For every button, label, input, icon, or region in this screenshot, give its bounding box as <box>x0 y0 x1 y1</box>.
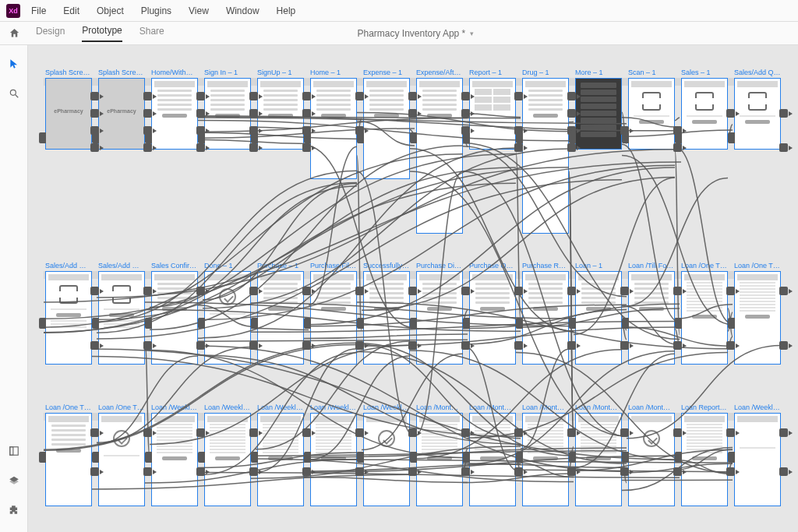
link-node[interactable] <box>461 287 470 295</box>
link-node[interactable] <box>302 92 311 100</box>
link-node[interactable] <box>302 467 311 476</box>
menu-help[interactable]: Help <box>277 5 296 16</box>
artboard-label[interactable]: Done – 1 <box>204 262 251 270</box>
link-node[interactable] <box>516 318 523 329</box>
artboard[interactable] <box>575 78 622 150</box>
artboard-label[interactable]: Splash Scree… <box>45 69 92 76</box>
link-node[interactable] <box>90 92 99 100</box>
link-node[interactable] <box>622 132 629 143</box>
prototype-canvas[interactable]: Splash Scree…ePharmacySplash Scree…ePhar… <box>28 45 798 532</box>
link-node[interactable] <box>355 341 364 350</box>
select-tool-icon[interactable] <box>6 56 22 72</box>
link-node[interactable] <box>39 452 46 463</box>
link-node[interactable] <box>567 467 576 476</box>
link-node[interactable] <box>249 428 258 437</box>
link-node[interactable] <box>304 452 311 463</box>
link-node[interactable] <box>516 452 523 463</box>
link-node[interactable] <box>143 143 152 152</box>
artboard-label[interactable]: Expense – 1 <box>363 69 410 76</box>
link-node[interactable] <box>302 341 311 350</box>
link-node[interactable] <box>90 109 99 118</box>
link-node[interactable] <box>673 143 682 152</box>
link-node[interactable] <box>196 341 205 350</box>
link-node[interactable] <box>357 452 364 463</box>
link-node[interactable] <box>461 92 470 100</box>
link-node[interactable] <box>196 287 205 295</box>
link-node[interactable] <box>620 428 629 437</box>
artboard[interactable] <box>734 271 781 365</box>
artboard[interactable] <box>681 413 728 506</box>
link-node[interactable] <box>92 452 99 463</box>
link-node[interactable] <box>355 428 364 437</box>
link-node[interactable] <box>145 132 152 143</box>
link-node[interactable] <box>143 92 152 100</box>
link-node[interactable] <box>728 132 735 143</box>
artboard[interactable]: ePharmacy <box>45 78 92 150</box>
link-node[interactable] <box>779 287 788 295</box>
home-icon[interactable] <box>0 27 28 39</box>
artboard-label[interactable]: Loan /Mont… <box>469 403 516 411</box>
artboard[interactable] <box>257 78 304 150</box>
document-title[interactable]: Pharmacy Inventory App * ▾ <box>174 28 658 39</box>
artboard-label[interactable]: Home – 1 <box>310 69 357 76</box>
artboard[interactable] <box>45 413 92 506</box>
link-node[interactable] <box>516 132 523 143</box>
link-node[interactable] <box>461 467 470 476</box>
artboard-label[interactable]: Sales/Add M… <box>45 262 92 270</box>
link-node[interactable] <box>514 428 523 437</box>
link-node[interactable] <box>622 452 629 463</box>
artboard-label[interactable]: Sales/Add M… <box>98 262 145 270</box>
artboard[interactable] <box>204 413 251 506</box>
link-node[interactable] <box>673 287 682 295</box>
artboard[interactable] <box>681 271 728 365</box>
link-node[interactable] <box>145 318 152 329</box>
artboard[interactable] <box>363 78 410 179</box>
artboard[interactable] <box>522 271 569 365</box>
link-node[interactable] <box>463 452 470 463</box>
link-node[interactable] <box>567 287 576 295</box>
link-node[interactable] <box>728 318 735 329</box>
link-node[interactable] <box>726 109 735 118</box>
artboard-label[interactable]: Loan /Weekl… <box>734 403 781 411</box>
link-node[interactable] <box>567 109 576 118</box>
link-node[interactable] <box>251 452 258 463</box>
link-node[interactable] <box>355 92 364 100</box>
link-node[interactable] <box>779 428 788 437</box>
artboard-label[interactable]: Purchase Di… <box>416 262 463 270</box>
link-node[interactable] <box>567 143 576 152</box>
artboard[interactable] <box>363 271 410 365</box>
artboard-label[interactable]: Drug – 1 <box>522 69 569 76</box>
link-node[interactable] <box>251 132 258 143</box>
menu-plugins[interactable]: Plugins <box>141 5 171 16</box>
link-node[interactable] <box>196 92 205 100</box>
artboard-label[interactable]: Expense/Aft… <box>416 69 463 76</box>
artboard[interactable] <box>204 271 251 365</box>
artboard[interactable] <box>98 271 145 365</box>
link-node[interactable] <box>251 318 258 329</box>
link-node[interactable] <box>726 467 735 476</box>
link-node[interactable] <box>249 109 258 118</box>
link-node[interactable] <box>408 341 417 350</box>
artboard-label[interactable]: Sales Confir… <box>151 262 198 270</box>
link-node[interactable] <box>196 428 205 437</box>
link-node[interactable] <box>408 109 417 118</box>
menu-file[interactable]: File <box>31 5 46 16</box>
link-node[interactable] <box>408 428 417 437</box>
artboard-label[interactable]: Loan /Weekl… <box>204 403 251 411</box>
link-node[interactable] <box>622 318 629 329</box>
artboard-label[interactable]: Loan /Weekl… <box>363 403 410 411</box>
artboard-label[interactable]: Loan /Weekl… <box>310 403 357 411</box>
link-node[interactable] <box>357 318 364 329</box>
artboard-label[interactable]: Sign In – 1 <box>204 69 251 76</box>
artboard[interactable] <box>522 413 569 506</box>
artboard[interactable] <box>628 78 675 150</box>
artboard[interactable] <box>310 271 357 365</box>
link-node[interactable] <box>198 452 205 463</box>
link-node[interactable] <box>302 143 311 152</box>
link-node[interactable] <box>196 467 205 476</box>
link-node[interactable] <box>355 467 364 476</box>
link-node[interactable] <box>410 452 417 463</box>
link-node[interactable] <box>569 318 576 329</box>
link-node[interactable] <box>514 287 523 295</box>
artboard-label[interactable]: Loan /Weekl… <box>257 403 304 411</box>
